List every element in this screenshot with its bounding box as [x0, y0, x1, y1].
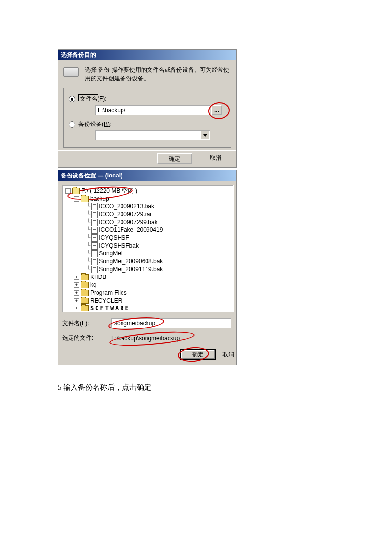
dialog1-ok-button[interactable]: 确定	[157, 153, 192, 164]
dialog1-title: 选择备份目的	[58, 50, 236, 60]
tree-file[interactable]: └ICCO_20090729.rar	[63, 210, 233, 218]
file-icon	[91, 234, 98, 242]
filename-field[interactable]: songmeibackup	[111, 318, 231, 328]
browse-button[interactable]: ...	[211, 105, 222, 115]
tree-file[interactable]: └SongMei_20090608.bak	[63, 257, 233, 265]
file-icon	[91, 266, 98, 273]
tree-folder-backup[interactable]: backup	[90, 195, 109, 202]
tree-file[interactable]: └ICYQSHSFbak	[63, 242, 233, 250]
file-icon	[91, 219, 98, 226]
tree-file[interactable]: └ICCO_20090213.bak	[63, 202, 233, 210]
file-icon	[91, 211, 98, 218]
folder-icon	[81, 290, 89, 296]
tree-folder[interactable]: +KHDB	[63, 273, 233, 281]
filename-input[interactable]: F:\backup\	[95, 105, 210, 115]
filename-label: 文件名(F):	[62, 319, 111, 328]
folder-icon	[81, 282, 89, 288]
backup-device-location-dialog: 备份设备位置 — (local) - F:\ ( 12220 MB 空闲 ) -…	[58, 170, 237, 365]
tree-expander[interactable]: +	[74, 290, 79, 296]
tree-file[interactable]: └SongMei_20091119.bak	[63, 265, 233, 273]
dialog2-ok-button[interactable]: 确定	[180, 349, 216, 360]
tree-root-label[interactable]: F:\ ( 12220 MB 空闲 )	[81, 187, 137, 195]
tree-folder[interactable]: +Program Files	[63, 289, 233, 297]
selected-file-path: F:\backup\songmeibackup	[111, 335, 231, 342]
tree-file[interactable]: └ICYQSHSF	[63, 234, 233, 242]
file-icon	[91, 242, 98, 250]
folder-open-icon	[72, 188, 80, 194]
step-caption: 5 输入备份名称后，点击确定	[58, 383, 239, 392]
disk-icon	[63, 67, 79, 77]
dialog1-cancel-button[interactable]: 取消	[198, 153, 233, 164]
folder-icon	[81, 274, 89, 280]
tree-expander[interactable]: +	[74, 306, 79, 311]
device-radio-row[interactable]: 备份设备(B):	[69, 120, 226, 128]
tree-file[interactable]: └ICCO11Fake_20090419	[63, 226, 233, 234]
tree-folder-software[interactable]: SOFTWARE	[90, 305, 130, 312]
radio-filename[interactable]	[69, 96, 75, 102]
tree-file[interactable]: └ICCO_200907299.bak	[63, 218, 233, 226]
folder-open-icon	[81, 196, 89, 202]
filename-radio-row[interactable]: 文件名(F):	[69, 94, 226, 103]
radio-device[interactable]	[69, 121, 75, 128]
device-combo[interactable]	[95, 130, 210, 140]
selected-file-label: 选定的文件:	[62, 334, 111, 342]
folder-tree[interactable]: - F:\ ( 12220 MB 空闲 ) - backup └ICCO_200…	[62, 185, 234, 312]
select-backup-destination-dialog: 选择备份目的 选择 备份 操作要使用的文件名或备份设备。可为经常使用的文件创建备…	[58, 49, 237, 168]
tree-expander[interactable]: +	[74, 298, 79, 303]
tree-expander[interactable]: -	[65, 188, 71, 194]
folder-icon	[81, 298, 89, 304]
tree-file[interactable]: └SongMei	[63, 250, 233, 257]
file-icon	[91, 203, 98, 210]
dialog2-title: 备份设备位置 — (local)	[58, 170, 236, 181]
tree-expander[interactable]: +	[74, 282, 79, 288]
file-icon	[91, 250, 98, 257]
folder-icon	[81, 305, 89, 312]
tree-expander[interactable]: -	[74, 196, 79, 202]
file-icon	[91, 227, 98, 234]
tree-folder[interactable]: +kq	[63, 281, 233, 289]
dialog2-cancel-button[interactable]: 取消	[222, 349, 236, 360]
dialog1-description: 选择 备份 操作要使用的文件名或备份设备。可为经常使用的文件创建备份设备。	[85, 65, 231, 83]
file-icon	[91, 258, 98, 265]
combo-arrow-icon[interactable]	[201, 131, 209, 139]
destination-groupbox: 文件名(F): F:\backup\ ... 备份设备(B):	[63, 88, 231, 148]
tree-expander[interactable]: +	[74, 275, 79, 280]
tree-folder[interactable]: +RECYCLER	[63, 297, 233, 304]
